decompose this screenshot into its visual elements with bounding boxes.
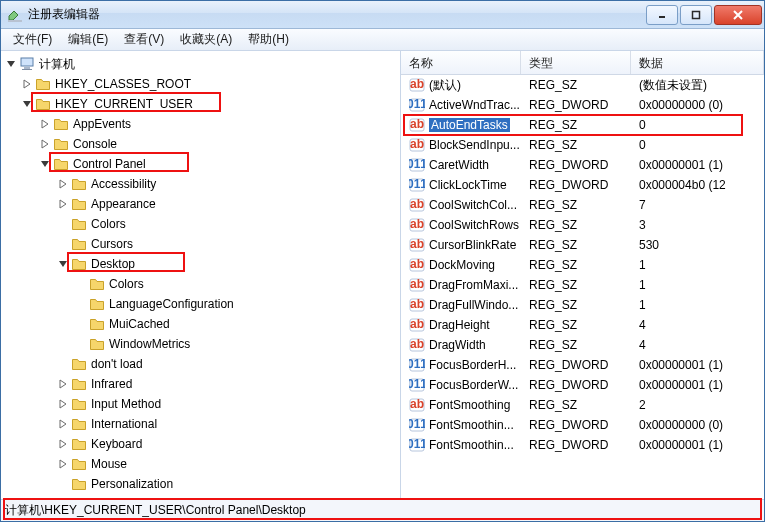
tree-node-infrared[interactable]: Infrared (57, 374, 400, 394)
tree-pane[interactable]: 计算机 HKEY_CLASSES_ROOT HKEY_CURRENT_USER (1, 51, 401, 499)
folder-icon (53, 156, 69, 172)
statusbar: 计算机\HKEY_CURRENT_USER\Control Panel\Desk… (1, 499, 764, 521)
value-row[interactable]: AutoEndTasksREG_SZ0 (401, 115, 764, 135)
expander-icon[interactable] (57, 378, 69, 390)
tree-node-computer[interactable]: 计算机 (3, 54, 400, 74)
minimize-button[interactable] (646, 5, 678, 25)
tree-node-console[interactable]: Console (39, 134, 400, 154)
value-data: 4 (631, 338, 764, 352)
tree-node-dontload[interactable]: don't load (57, 354, 400, 374)
folder-icon (89, 296, 105, 312)
value-row[interactable]: DragWidthREG_SZ4 (401, 335, 764, 355)
folder-icon (35, 76, 51, 92)
value-row[interactable]: (默认)REG_SZ(数值未设置) (401, 75, 764, 95)
value-name: DockMoving (429, 258, 495, 272)
tree-node-controlpanel[interactable]: Control Panel (39, 154, 400, 174)
svg-rect-9 (693, 11, 700, 18)
tree-node-accessibility[interactable]: Accessibility (57, 174, 400, 194)
value-type: REG_SZ (521, 338, 631, 352)
value-type: REG_SZ (521, 218, 631, 232)
column-headers[interactable]: 名称 类型 数据 (401, 51, 764, 75)
tree-node-appevents[interactable]: AppEvents (39, 114, 400, 134)
tree-node-appearance[interactable]: Appearance (57, 194, 400, 214)
menu-edit[interactable]: 编辑(E) (60, 29, 116, 50)
folder-icon (71, 216, 87, 232)
value-name: FocusBorderW... (429, 378, 518, 392)
value-row[interactable]: FocusBorderW...REG_DWORD0x00000001 (1) (401, 375, 764, 395)
folder-icon (53, 116, 69, 132)
tree-node-muicached[interactable]: MuiCached (75, 314, 400, 334)
expander-icon[interactable] (57, 398, 69, 410)
value-type: REG_DWORD (521, 358, 631, 372)
tree-node-inputmethod[interactable]: Input Method (57, 394, 400, 414)
expander-icon[interactable] (57, 258, 69, 270)
expander-icon[interactable] (39, 138, 51, 150)
tree-node-hkcu[interactable]: HKEY_CURRENT_USER (21, 94, 400, 114)
expander-icon[interactable] (39, 118, 51, 130)
value-row[interactable]: FontSmoothin...REG_DWORD0x00000000 (0) (401, 415, 764, 435)
value-data: 1 (631, 278, 764, 292)
value-data: 0x000004b0 (12 (631, 178, 764, 192)
value-row[interactable]: DragFromMaxi...REG_SZ1 (401, 275, 764, 295)
client-area: 计算机 HKEY_CLASSES_ROOT HKEY_CURRENT_USER (1, 51, 764, 499)
expander-icon[interactable] (39, 158, 51, 170)
value-row[interactable]: CoolSwitchCol...REG_SZ7 (401, 195, 764, 215)
value-row[interactable]: ClickLockTimeREG_DWORD0x000004b0 (12 (401, 175, 764, 195)
value-row[interactable]: DockMovingREG_SZ1 (401, 255, 764, 275)
tree-node-desktop[interactable]: Desktop (57, 254, 400, 274)
values-pane: 名称 类型 数据 (默认)REG_SZ(数值未设置)ActiveWndTrac.… (401, 51, 764, 499)
tree-node-hkcr[interactable]: HKEY_CLASSES_ROOT (21, 74, 400, 94)
value-row[interactable]: CaretWidthREG_DWORD0x00000001 (1) (401, 155, 764, 175)
tree-node-personalization[interactable]: Personalization (57, 474, 400, 494)
binary-value-icon (409, 417, 425, 433)
menu-view[interactable]: 查看(V) (116, 29, 172, 50)
expander-icon[interactable] (57, 198, 69, 210)
string-value-icon (409, 297, 425, 313)
value-data: 530 (631, 238, 764, 252)
value-type: REG_SZ (521, 118, 631, 132)
value-row[interactable]: DragHeightREG_SZ4 (401, 315, 764, 335)
tree-node-keyboard[interactable]: Keyboard (57, 434, 400, 454)
folder-icon (71, 356, 87, 372)
value-row[interactable]: FontSmoothingREG_SZ2 (401, 395, 764, 415)
expander-icon[interactable] (5, 58, 17, 70)
menu-favorites[interactable]: 收藏夹(A) (172, 29, 240, 50)
menu-help[interactable]: 帮助(H) (240, 29, 297, 50)
string-value-icon (409, 237, 425, 253)
expander-icon[interactable] (57, 458, 69, 470)
value-row[interactable]: CursorBlinkRateREG_SZ530 (401, 235, 764, 255)
value-row[interactable]: CoolSwitchRowsREG_SZ3 (401, 215, 764, 235)
col-data[interactable]: 数据 (631, 51, 764, 74)
tree-node-mouse[interactable]: Mouse (57, 454, 400, 474)
value-name: DragFullWindo... (429, 298, 518, 312)
col-type[interactable]: 类型 (521, 51, 631, 74)
tree-node-windowmetrics[interactable]: WindowMetrics (75, 334, 400, 354)
value-row[interactable]: DragFullWindo...REG_SZ1 (401, 295, 764, 315)
value-row[interactable]: BlockSendInpu...REG_SZ0 (401, 135, 764, 155)
value-type: REG_DWORD (521, 158, 631, 172)
string-value-icon (409, 397, 425, 413)
expander-icon[interactable] (21, 78, 33, 90)
value-row[interactable]: ActiveWndTrac...REG_DWORD0x00000000 (0) (401, 95, 764, 115)
menu-file[interactable]: 文件(F) (5, 29, 60, 50)
expander-icon[interactable] (57, 178, 69, 190)
tree-node-international[interactable]: International (57, 414, 400, 434)
tree-node-langconf[interactable]: LanguageConfiguration (75, 294, 400, 314)
values-list[interactable]: (默认)REG_SZ(数值未设置)ActiveWndTrac...REG_DWO… (401, 75, 764, 499)
expander-icon[interactable] (57, 438, 69, 450)
folder-icon (71, 456, 87, 472)
value-row[interactable]: FontSmoothin...REG_DWORD0x00000001 (1) (401, 435, 764, 455)
computer-icon (19, 56, 35, 72)
expander-icon[interactable] (57, 418, 69, 430)
tree-node-cursors[interactable]: Cursors (57, 234, 400, 254)
value-row[interactable]: FocusBorderH...REG_DWORD0x00000001 (1) (401, 355, 764, 375)
maximize-button[interactable] (680, 5, 712, 25)
tree-node-desktop-colors[interactable]: Colors (75, 274, 400, 294)
titlebar[interactable]: 注册表编辑器 (1, 1, 764, 29)
value-type: REG_DWORD (521, 418, 631, 432)
expander-icon[interactable] (21, 98, 33, 110)
close-button[interactable] (714, 5, 762, 25)
folder-icon (89, 316, 105, 332)
col-name[interactable]: 名称 (401, 51, 521, 74)
tree-node-colors[interactable]: Colors (57, 214, 400, 234)
